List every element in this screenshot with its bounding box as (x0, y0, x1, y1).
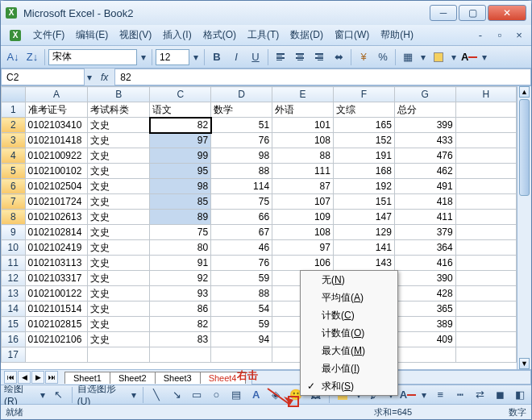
cell[interactable]: 87 (272, 179, 334, 194)
vertical-scrollbar[interactable]: ▲ ▼ (517, 86, 531, 369)
cell[interactable]: 66 (211, 210, 272, 225)
merge-button[interactable]: ⬌ (330, 48, 347, 66)
autoshapes-menu[interactable]: 自选图形(U) (77, 382, 126, 407)
cell[interactable]: 语文 (150, 102, 211, 118)
cell[interactable] (455, 210, 516, 225)
cell[interactable]: 82 (150, 317, 211, 332)
cell[interactable]: 108 (272, 225, 334, 240)
cell[interactable]: 76 (211, 256, 272, 271)
cell[interactable]: 0102102504 (25, 179, 88, 194)
menu-window[interactable]: 窗口(W) (330, 27, 374, 44)
cell[interactable]: 389 (394, 317, 455, 332)
cell[interactable]: 文史 (88, 301, 150, 317)
cell[interactable]: 411 (394, 210, 455, 225)
cell[interactable]: 0102100922 (25, 148, 88, 164)
cell[interactable]: 94 (211, 332, 272, 347)
arrow-icon[interactable]: ↘ (168, 386, 185, 404)
row-header[interactable]: 9 (2, 225, 26, 240)
cell[interactable]: 0102102419 (25, 240, 88, 256)
cell[interactable]: 106 (272, 256, 334, 271)
col-header[interactable]: B (88, 87, 150, 102)
sheet-tab[interactable]: Sheet1 (64, 372, 110, 384)
maximize-button[interactable]: ▢ (459, 5, 486, 21)
cell[interactable]: 数学 (211, 102, 272, 118)
row-header[interactable]: 14 (2, 301, 26, 317)
col-header[interactable]: G (394, 87, 455, 102)
cell[interactable]: 379 (394, 225, 455, 240)
cell[interactable] (25, 347, 88, 363)
cell[interactable]: 192 (333, 179, 394, 194)
align-left-button[interactable] (272, 48, 289, 66)
cell[interactable]: 文史 (88, 256, 150, 271)
cell[interactable]: 准考证号 (25, 102, 88, 118)
cell[interactable]: 文史 (88, 332, 150, 347)
row-header[interactable]: 7 (2, 194, 26, 210)
cell[interactable]: 文史 (88, 225, 150, 240)
scroll-thumb[interactable] (519, 99, 530, 196)
cell[interactable]: 0102101418 (25, 133, 88, 148)
cell[interactable]: 95 (150, 164, 211, 179)
cell[interactable]: 0102101514 (25, 301, 88, 317)
cell[interactable]: 文史 (88, 148, 150, 164)
tab-nav-prev[interactable]: ◀ (18, 371, 31, 384)
cell[interactable]: 365 (394, 301, 455, 317)
cell[interactable]: 83 (150, 332, 211, 347)
cell[interactable]: 67 (211, 225, 272, 240)
cell[interactable]: 0102103317 (25, 271, 88, 286)
sort-desc-icon[interactable]: Z↓ (23, 48, 41, 66)
formula-input[interactable]: 82 (114, 69, 531, 85)
cell[interactable] (455, 164, 516, 179)
shadow-icon[interactable]: ◼ (492, 386, 509, 404)
cell[interactable] (455, 179, 516, 194)
cell[interactable]: 考试科类 (88, 102, 150, 118)
rectangle-icon[interactable]: ▭ (188, 386, 205, 404)
cell[interactable]: 152 (333, 133, 394, 148)
cell[interactable]: 98 (211, 148, 272, 164)
font-name-select[interactable]: 宋体 (48, 49, 137, 65)
cell[interactable]: 151 (333, 194, 394, 210)
cell[interactable]: 51 (211, 118, 272, 133)
sheet-tab[interactable]: Sheet3 (155, 372, 201, 384)
font-color-button[interactable]: A (460, 48, 478, 66)
cell[interactable]: 409 (394, 332, 455, 347)
cell[interactable]: 外语 (272, 102, 334, 118)
font-color-icon[interactable]: A (399, 386, 417, 404)
cell[interactable]: 491 (394, 179, 455, 194)
cell[interactable]: 91 (150, 256, 211, 271)
sort-asc-icon[interactable]: A↓ (4, 48, 22, 66)
cell[interactable]: 0102103113 (25, 256, 88, 271)
cell[interactable]: 75 (150, 225, 211, 240)
cell[interactable]: 0102100102 (25, 164, 88, 179)
cell[interactable]: 80 (150, 240, 211, 256)
row-header[interactable]: 10 (2, 240, 26, 256)
close-button[interactable]: ✕ (488, 5, 526, 21)
line-icon[interactable]: ╲ (148, 386, 165, 404)
cell[interactable] (455, 118, 516, 133)
menu-view[interactable]: 视图(V) (114, 27, 156, 44)
mdi-minimize[interactable]: - (472, 27, 489, 44)
cell[interactable]: 143 (333, 256, 394, 271)
cell[interactable]: 99 (150, 148, 211, 164)
cell[interactable]: 147 (333, 210, 394, 225)
cell[interactable]: 88 (211, 164, 272, 179)
menu-help[interactable]: 帮助(H) (376, 27, 418, 44)
cell[interactable]: 191 (333, 148, 394, 164)
cell[interactable] (88, 347, 150, 363)
italic-button[interactable]: I (227, 48, 245, 66)
cell[interactable]: 476 (394, 148, 455, 164)
cell[interactable]: 0102100122 (25, 286, 88, 301)
row-header[interactable]: 8 (2, 210, 26, 225)
mdi-restore[interactable]: ▫ (491, 27, 509, 44)
col-header[interactable]: C (150, 87, 211, 102)
col-header[interactable]: E (272, 87, 334, 102)
fill-color-button[interactable] (430, 48, 447, 66)
fx-icon[interactable]: fx (94, 72, 114, 83)
row-header[interactable]: 15 (2, 317, 26, 332)
row-header[interactable]: 1 (2, 102, 26, 118)
scroll-down-button[interactable]: ▼ (519, 358, 530, 369)
cell[interactable] (455, 240, 516, 256)
cell[interactable]: 390 (394, 271, 455, 286)
textbox-icon[interactable]: ▤ (228, 386, 245, 404)
cell[interactable]: 107 (272, 194, 334, 210)
col-header[interactable]: F (333, 87, 394, 102)
